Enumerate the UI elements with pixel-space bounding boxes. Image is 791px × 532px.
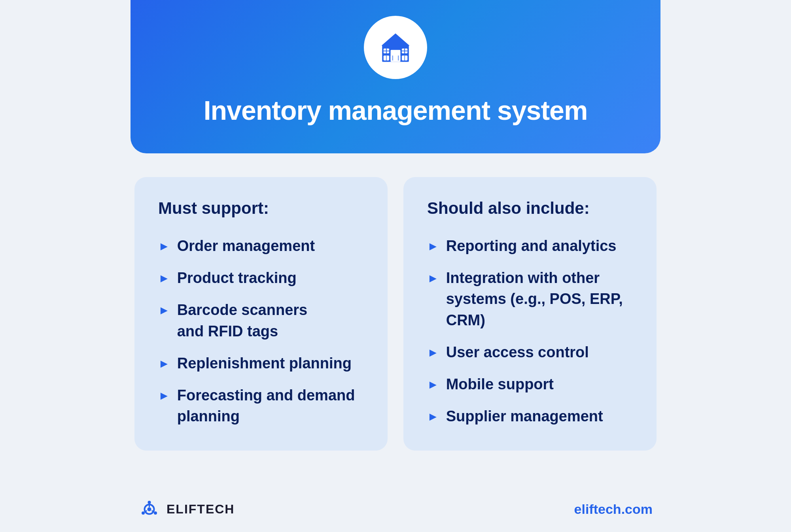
left-card: Must support: ► Order management ► Produ…	[134, 177, 388, 451]
cards-section: Must support: ► Order management ► Produ…	[131, 177, 660, 451]
page-wrapper: Inventory management system Must support…	[0, 0, 791, 532]
list-item: ► Integration with othersystems (e.g., P…	[427, 268, 633, 331]
list-item: ► User access control	[427, 342, 633, 363]
bullet-arrow-icon: ►	[158, 270, 170, 287]
bullet-arrow-icon: ►	[427, 408, 439, 425]
svg-point-18	[148, 507, 151, 511]
left-card-list: ► Order management ► Product tracking ► …	[158, 236, 364, 427]
svg-marker-0	[381, 33, 409, 45]
warehouse-icon	[378, 32, 413, 63]
list-item: ► Product tracking	[158, 268, 364, 289]
list-item-text: Mobile support	[446, 374, 554, 395]
right-card: Should also include: ► Reporting and ana…	[403, 177, 657, 451]
list-item-text: Replenishment planning	[177, 353, 352, 374]
list-item: ► Mobile support	[427, 374, 633, 395]
bullet-arrow-icon: ►	[158, 238, 170, 255]
page-title: Inventory management system	[204, 95, 588, 126]
bullet-arrow-icon: ►	[427, 270, 439, 287]
bullet-arrow-icon: ►	[427, 238, 439, 255]
list-item-text: User access control	[446, 342, 589, 363]
list-item: ► Barcode scannersand RFID tags	[158, 300, 364, 341]
website-link: eliftech.com	[574, 502, 653, 517]
eliftech-logo-icon	[138, 498, 160, 520]
list-item-text: Order management	[177, 236, 315, 257]
bullet-arrow-icon: ►	[158, 387, 170, 404]
right-card-title: Should also include:	[427, 199, 633, 218]
svg-point-21	[142, 511, 145, 515]
bullet-arrow-icon: ►	[158, 355, 170, 372]
bullet-arrow-icon: ►	[158, 302, 170, 319]
list-item-text: Forecasting and demandplanning	[177, 385, 355, 427]
svg-point-19	[148, 501, 151, 504]
list-item-text: Product tracking	[177, 268, 297, 289]
logo-section: ELIFTECH	[138, 498, 235, 520]
list-item: ► Supplier management	[427, 406, 633, 427]
logo-text: ELIFTECH	[167, 502, 235, 517]
list-item-text: Integration with othersystems (e.g., POS…	[446, 268, 623, 331]
icon-circle	[364, 16, 427, 79]
right-card-list: ► Reporting and analytics ► Integration …	[427, 236, 633, 427]
list-item: ► Reporting and analytics	[427, 236, 633, 257]
list-item: ► Order management	[158, 236, 364, 257]
svg-point-20	[154, 511, 157, 515]
header-section: Inventory management system	[131, 0, 660, 153]
left-card-title: Must support:	[158, 199, 364, 218]
list-item: ► Forecasting and demandplanning	[158, 385, 364, 427]
list-item-text: Supplier management	[446, 406, 603, 427]
list-item: ► Replenishment planning	[158, 353, 364, 374]
bullet-arrow-icon: ►	[427, 344, 439, 361]
list-item-text: Reporting and analytics	[446, 236, 617, 257]
bullet-arrow-icon: ►	[427, 376, 439, 393]
footer: ELIFTECH eliftech.com	[131, 487, 660, 532]
list-item-text: Barcode scannersand RFID tags	[177, 300, 308, 341]
